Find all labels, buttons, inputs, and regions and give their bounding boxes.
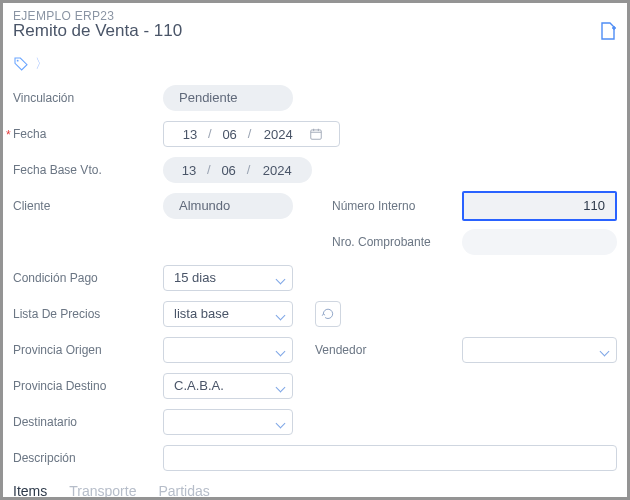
- fecha-base-value: / /: [163, 157, 312, 183]
- vendedor-label: Vendedor: [315, 343, 415, 357]
- lista-precios-select[interactable]: lista base: [163, 301, 293, 327]
- prov-origen-select[interactable]: [163, 337, 293, 363]
- prov-destino-label: Provincia Destino: [13, 379, 163, 393]
- cliente-label: Cliente: [13, 199, 163, 213]
- cliente-value[interactable]: Almundo: [163, 193, 293, 219]
- descripcion-input[interactable]: [163, 445, 617, 471]
- fecha-label: Fecha: [13, 127, 163, 141]
- refresh-button[interactable]: [315, 301, 341, 327]
- new-doc-icon[interactable]: [599, 21, 617, 41]
- refresh-icon: [321, 307, 335, 321]
- lista-precios-label: Lista De Precios: [13, 307, 163, 321]
- prov-destino-select[interactable]: C.A.B.A.: [163, 373, 293, 399]
- svg-rect-1: [311, 130, 322, 139]
- nro-comprobante-label: Nro. Comprobante: [332, 235, 462, 249]
- tabs: Items Transporte Partidas: [13, 483, 617, 500]
- vinculacion-label: Vinculación: [13, 91, 163, 105]
- vendedor-select[interactable]: [462, 337, 617, 363]
- cond-pago-label: Condición Pago: [13, 271, 163, 285]
- calendar-icon: [309, 127, 323, 141]
- numero-interno-value[interactable]: 110: [462, 191, 617, 221]
- tag-icon: [13, 56, 29, 72]
- cond-pago-select[interactable]: 15 dias: [163, 265, 293, 291]
- destinatario-label: Destinatario: [13, 415, 163, 429]
- tab-partidas[interactable]: Partidas: [158, 483, 209, 500]
- svg-point-0: [17, 60, 19, 62]
- prov-origen-label: Provincia Origen: [13, 343, 163, 357]
- vinculacion-value: Pendiente: [163, 85, 293, 111]
- fecha-base-label: Fecha Base Vto.: [13, 163, 163, 177]
- descripcion-label: Descripción: [13, 451, 163, 465]
- fecha-day[interactable]: [180, 127, 200, 142]
- chevron-right-icon: 〉: [35, 55, 48, 73]
- page-title: Remito de Venta - 110: [13, 21, 182, 41]
- tab-transporte[interactable]: Transporte: [69, 483, 136, 500]
- numero-interno-label: Número Interno: [332, 199, 462, 213]
- tag-row[interactable]: 〉: [13, 55, 617, 73]
- nro-comprobante-value: [462, 229, 617, 255]
- destinatario-select[interactable]: [163, 409, 293, 435]
- tab-items[interactable]: Items: [13, 483, 47, 500]
- fecha-month[interactable]: [220, 127, 240, 142]
- fecha-year[interactable]: [259, 127, 297, 142]
- fecha-input[interactable]: / /: [163, 121, 340, 147]
